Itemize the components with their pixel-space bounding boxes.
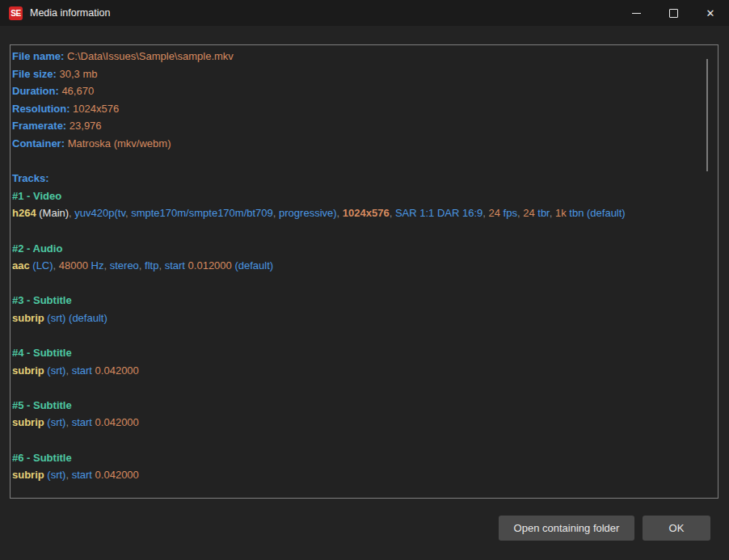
track-3-heading: #3 - Subtitle <box>12 292 716 309</box>
track-6-heading: #6 - Subtitle <box>12 449 716 467</box>
vertical-scrollbar-thumb[interactable] <box>706 59 708 171</box>
framerate-line: Framerate: 23,976 <box>12 117 716 135</box>
minimize-icon <box>632 13 641 14</box>
blank-line <box>12 327 716 345</box>
blank-line <box>12 153 716 171</box>
subtitle-edit-logo-icon: SE <box>9 6 23 20</box>
duration-line: Duration: 46,670 <box>12 82 716 100</box>
titlebar: SE Media information ✕ <box>0 0 729 26</box>
file-size-line: File size: 30,3 mb <box>12 65 716 83</box>
track-3-detail: subrip (srt) (default) <box>12 309 716 327</box>
track-1-detail: h264 (Main), yuv420p(tv, smpte170m/smpte… <box>12 204 716 222</box>
track-4-detail: subrip (srt), start 0.042000 <box>12 362 716 380</box>
track-2-heading: #2 - Audio <box>12 240 716 258</box>
minimize-button[interactable] <box>617 0 655 26</box>
resolution-line: Resolution: 1024x576 <box>12 100 716 118</box>
window-title: Media information <box>30 7 110 19</box>
maximize-button[interactable] <box>655 0 692 26</box>
file-name-line: File name: C:\Data\Issues\Sample\sample.… <box>12 48 716 65</box>
blank-line <box>12 222 716 240</box>
track-4-heading: #4 - Subtitle <box>12 344 716 362</box>
track-6-detail: subrip (srt), start 0.042000 <box>12 466 716 484</box>
track-2-detail: aac (LC), 48000 Hz, stereo, fltp, start … <box>12 257 716 275</box>
open-containing-folder-button[interactable]: Open containing folder <box>499 516 634 541</box>
close-icon: ✕ <box>706 8 715 19</box>
blank-line <box>12 379 716 397</box>
track-1-heading: #1 - Video <box>12 187 716 205</box>
close-button[interactable]: ✕ <box>692 0 729 26</box>
window-controls: ✕ <box>617 0 729 26</box>
container-line: Container: Matroska (mkv/webm) <box>12 135 716 153</box>
blank-line <box>12 275 716 293</box>
media-info-textbox[interactable]: File name: C:\Data\Issues\Sample\sample.… <box>10 44 718 499</box>
maximize-icon <box>669 9 678 18</box>
blank-line <box>12 432 716 449</box>
track-5-detail: subrip (srt), start 0.042000 <box>12 414 716 432</box>
ok-button[interactable]: OK <box>643 516 710 541</box>
media-info-text: File name: C:\Data\Issues\Sample\sample.… <box>11 45 718 484</box>
track-5-heading: #5 - Subtitle <box>12 397 716 415</box>
tracks-header: Tracks: <box>12 170 716 187</box>
